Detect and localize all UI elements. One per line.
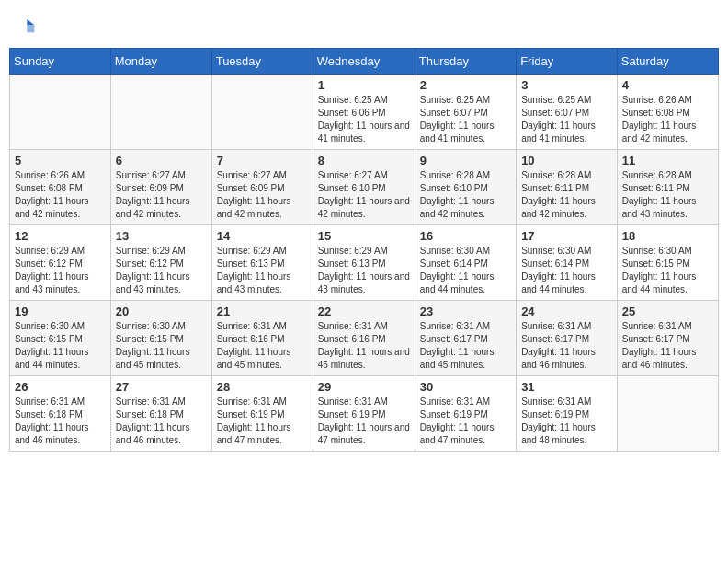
svg-marker-0 <box>27 19 34 26</box>
day-number: 4 <box>622 78 713 92</box>
day-info: Sunrise: 6:31 AMSunset: 6:18 PMDaylight:… <box>116 396 207 447</box>
day-number: 12 <box>15 229 106 243</box>
day-number: 18 <box>622 229 713 243</box>
day-number: 26 <box>15 380 106 394</box>
day-number: 10 <box>521 154 612 167</box>
day-info: Sunrise: 6:25 AMSunset: 6:06 PMDaylight:… <box>318 94 410 145</box>
calendar-cell: 25Sunrise: 6:31 AMSunset: 6:17 PMDayligh… <box>617 301 718 376</box>
day-number: 29 <box>318 380 410 394</box>
calendar-cell: 7Sunrise: 6:27 AMSunset: 6:09 PMDaylight… <box>211 150 313 225</box>
day-number: 14 <box>217 229 308 243</box>
logo-icon <box>18 17 37 35</box>
day-info: Sunrise: 6:31 AMSunset: 6:19 PMDaylight:… <box>318 396 410 447</box>
day-number: 9 <box>420 154 511 167</box>
calendar-cell: 5Sunrise: 6:26 AMSunset: 6:08 PMDaylight… <box>10 150 111 225</box>
calendar-cell: 28Sunrise: 6:31 AMSunset: 6:19 PMDayligh… <box>211 376 313 452</box>
calendar-week-row: 12Sunrise: 6:29 AMSunset: 6:12 PMDayligh… <box>10 225 719 301</box>
calendar-cell: 11Sunrise: 6:28 AMSunset: 6:11 PMDayligh… <box>617 150 718 225</box>
calendar-cell: 27Sunrise: 6:31 AMSunset: 6:18 PMDayligh… <box>110 376 211 452</box>
day-number: 31 <box>521 380 612 394</box>
day-info: Sunrise: 6:31 AMSunset: 6:17 PMDaylight:… <box>521 320 612 372</box>
day-info: Sunrise: 6:31 AMSunset: 6:17 PMDaylight:… <box>420 320 511 372</box>
day-number: 30 <box>420 380 511 394</box>
day-info: Sunrise: 6:30 AMSunset: 6:14 PMDaylight:… <box>521 245 612 296</box>
calendar-header-row: SundayMondayTuesdayWednesdayThursdayFrid… <box>10 49 719 75</box>
day-number: 8 <box>318 154 410 167</box>
calendar-cell: 22Sunrise: 6:31 AMSunset: 6:16 PMDayligh… <box>313 301 415 376</box>
day-number: 7 <box>217 154 308 167</box>
day-info: Sunrise: 6:30 AMSunset: 6:15 PMDaylight:… <box>15 320 106 372</box>
day-info: Sunrise: 6:30 AMSunset: 6:15 PMDaylight:… <box>116 320 207 372</box>
day-info: Sunrise: 6:27 AMSunset: 6:10 PMDaylight:… <box>318 169 410 221</box>
day-info: Sunrise: 6:29 AMSunset: 6:12 PMDaylight:… <box>116 245 207 296</box>
calendar-cell <box>211 75 313 150</box>
logo <box>18 17 39 39</box>
day-info: Sunrise: 6:30 AMSunset: 6:14 PMDaylight:… <box>420 245 511 296</box>
day-info: Sunrise: 6:28 AMSunset: 6:10 PMDaylight:… <box>420 169 511 221</box>
day-header-monday: Monday <box>110 49 211 75</box>
calendar-cell: 18Sunrise: 6:30 AMSunset: 6:15 PMDayligh… <box>617 225 718 301</box>
day-info: Sunrise: 6:31 AMSunset: 6:17 PMDaylight:… <box>622 320 713 372</box>
day-info: Sunrise: 6:31 AMSunset: 6:18 PMDaylight:… <box>15 396 106 447</box>
day-info: Sunrise: 6:29 AMSunset: 6:12 PMDaylight:… <box>15 245 106 296</box>
calendar-cell: 13Sunrise: 6:29 AMSunset: 6:12 PMDayligh… <box>110 225 211 301</box>
day-header-thursday: Thursday <box>415 49 516 75</box>
calendar-cell: 21Sunrise: 6:31 AMSunset: 6:16 PMDayligh… <box>211 301 313 376</box>
day-number: 6 <box>116 154 207 167</box>
calendar-cell <box>10 75 111 150</box>
day-header-sunday: Sunday <box>10 49 111 75</box>
calendar-cell: 1Sunrise: 6:25 AMSunset: 6:06 PMDaylight… <box>313 75 415 150</box>
day-info: Sunrise: 6:31 AMSunset: 6:19 PMDaylight:… <box>420 396 511 447</box>
calendar-week-row: 1Sunrise: 6:25 AMSunset: 6:06 PMDaylight… <box>10 75 719 150</box>
day-number: 2 <box>420 78 511 92</box>
day-info: Sunrise: 6:30 AMSunset: 6:15 PMDaylight:… <box>622 245 713 296</box>
day-number: 1 <box>318 78 410 92</box>
day-info: Sunrise: 6:26 AMSunset: 6:08 PMDaylight:… <box>622 94 713 145</box>
day-number: 11 <box>622 154 713 167</box>
calendar-cell: 4Sunrise: 6:26 AMSunset: 6:08 PMDaylight… <box>617 75 718 150</box>
day-number: 3 <box>521 78 612 92</box>
calendar-cell: 24Sunrise: 6:31 AMSunset: 6:17 PMDayligh… <box>517 301 618 376</box>
calendar-cell <box>110 75 211 150</box>
day-number: 13 <box>116 229 207 243</box>
day-info: Sunrise: 6:27 AMSunset: 6:09 PMDaylight:… <box>116 169 207 221</box>
day-number: 5 <box>15 154 106 167</box>
calendar-week-row: 19Sunrise: 6:30 AMSunset: 6:15 PMDayligh… <box>10 301 719 376</box>
day-number: 19 <box>15 304 106 318</box>
calendar-cell: 16Sunrise: 6:30 AMSunset: 6:14 PMDayligh… <box>415 225 516 301</box>
calendar-cell: 2Sunrise: 6:25 AMSunset: 6:07 PMDaylight… <box>415 75 516 150</box>
day-info: Sunrise: 6:27 AMSunset: 6:09 PMDaylight:… <box>217 169 308 221</box>
day-number: 27 <box>116 380 207 394</box>
calendar-cell: 14Sunrise: 6:29 AMSunset: 6:13 PMDayligh… <box>211 225 313 301</box>
day-info: Sunrise: 6:28 AMSunset: 6:11 PMDaylight:… <box>521 169 612 221</box>
day-number: 25 <box>622 304 713 318</box>
day-header-friday: Friday <box>517 49 618 75</box>
calendar-cell: 10Sunrise: 6:28 AMSunset: 6:11 PMDayligh… <box>517 150 618 225</box>
day-info: Sunrise: 6:25 AMSunset: 6:07 PMDaylight:… <box>521 94 612 145</box>
day-number: 17 <box>521 229 612 243</box>
day-info: Sunrise: 6:31 AMSunset: 6:16 PMDaylight:… <box>318 320 410 372</box>
calendar-cell: 15Sunrise: 6:29 AMSunset: 6:13 PMDayligh… <box>313 225 415 301</box>
day-info: Sunrise: 6:29 AMSunset: 6:13 PMDaylight:… <box>318 245 410 296</box>
calendar-cell: 29Sunrise: 6:31 AMSunset: 6:19 PMDayligh… <box>313 376 415 452</box>
calendar-cell: 23Sunrise: 6:31 AMSunset: 6:17 PMDayligh… <box>415 301 516 376</box>
calendar-cell: 30Sunrise: 6:31 AMSunset: 6:19 PMDayligh… <box>415 376 516 452</box>
calendar-cell: 20Sunrise: 6:30 AMSunset: 6:15 PMDayligh… <box>110 301 211 376</box>
calendar-cell: 31Sunrise: 6:31 AMSunset: 6:19 PMDayligh… <box>517 376 618 452</box>
day-number: 22 <box>318 304 410 318</box>
calendar-cell <box>617 376 718 452</box>
day-info: Sunrise: 6:28 AMSunset: 6:11 PMDaylight:… <box>622 169 713 221</box>
day-number: 24 <box>521 304 612 318</box>
calendar-cell: 26Sunrise: 6:31 AMSunset: 6:18 PMDayligh… <box>10 376 111 452</box>
calendar-cell: 6Sunrise: 6:27 AMSunset: 6:09 PMDaylight… <box>110 150 211 225</box>
day-info: Sunrise: 6:31 AMSunset: 6:16 PMDaylight:… <box>217 320 308 372</box>
day-info: Sunrise: 6:25 AMSunset: 6:07 PMDaylight:… <box>420 94 511 145</box>
day-header-wednesday: Wednesday <box>313 49 415 75</box>
day-number: 16 <box>420 229 511 243</box>
day-number: 20 <box>116 304 207 318</box>
day-number: 23 <box>420 304 511 318</box>
day-number: 21 <box>217 304 308 318</box>
calendar-week-row: 5Sunrise: 6:26 AMSunset: 6:08 PMDaylight… <box>10 150 719 225</box>
calendar-cell: 8Sunrise: 6:27 AMSunset: 6:10 PMDaylight… <box>313 150 415 225</box>
calendar-cell: 19Sunrise: 6:30 AMSunset: 6:15 PMDayligh… <box>10 301 111 376</box>
